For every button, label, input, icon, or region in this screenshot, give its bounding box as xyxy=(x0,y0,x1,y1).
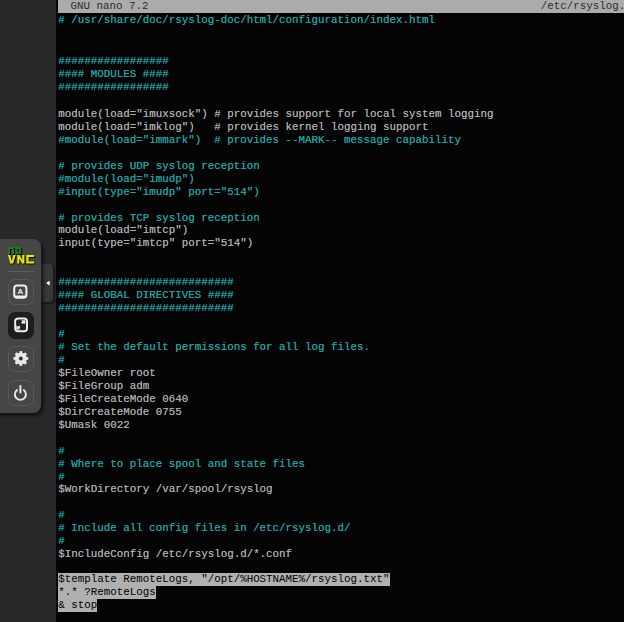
svg-text:A: A xyxy=(18,287,24,296)
